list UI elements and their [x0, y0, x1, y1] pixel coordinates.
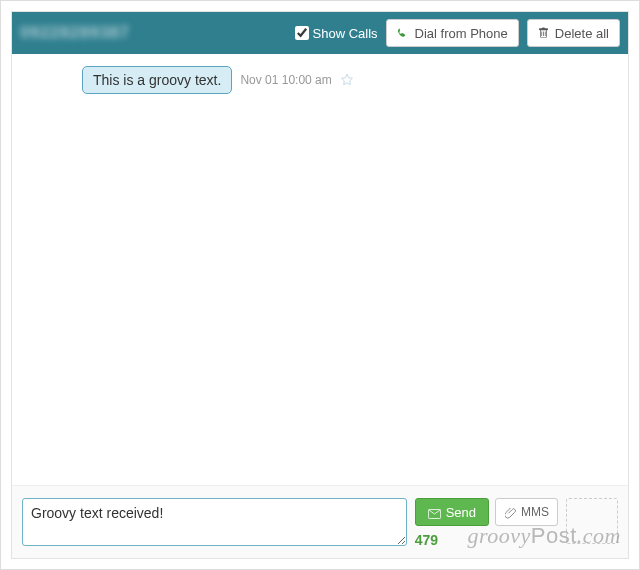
composer-row: Send MMS 479: [22, 498, 618, 548]
dial-from-phone-button[interactable]: Dial from Phone: [386, 19, 519, 47]
paperclip-icon: [504, 507, 517, 518]
contact-number: 09228289387: [20, 23, 130, 43]
show-calls-checkbox[interactable]: [295, 26, 309, 40]
mms-label: MMS: [521, 505, 549, 519]
message-row: This is a groovy text. Nov 01 10:00 am: [82, 66, 618, 94]
char-count: 479: [415, 532, 558, 548]
star-icon[interactable]: [340, 73, 354, 87]
mms-button[interactable]: MMS: [495, 498, 558, 526]
send-label: Send: [446, 505, 476, 520]
show-calls-label: Show Calls: [313, 26, 378, 41]
send-button[interactable]: Send: [415, 498, 489, 526]
dial-label: Dial from Phone: [415, 26, 508, 41]
delete-label: Delete all: [555, 26, 609, 41]
phone-icon: [397, 27, 409, 39]
app-frame: 09228289387 Show Calls Dial from Phone D…: [0, 0, 640, 570]
header-bar: 09228289387 Show Calls Dial from Phone D…: [12, 12, 628, 54]
trash-icon: [538, 27, 549, 39]
conversation-panel: 09228289387 Show Calls Dial from Phone D…: [11, 11, 629, 559]
composer-button-row: Send MMS: [415, 498, 558, 526]
message-bubble: This is a groovy text.: [82, 66, 232, 94]
message-list: This is a groovy text. Nov 01 10:00 am: [12, 54, 628, 485]
message-input[interactable]: [22, 498, 407, 546]
show-calls-toggle[interactable]: Show Calls: [295, 26, 378, 41]
composer-actions: Send MMS 479: [415, 498, 558, 548]
composer-area: Send MMS 479: [12, 485, 628, 558]
attachment-dropzone[interactable]: [566, 498, 618, 544]
delete-all-button[interactable]: Delete all: [527, 19, 620, 47]
envelope-icon: [428, 507, 441, 518]
message-timestamp: Nov 01 10:00 am: [240, 73, 331, 87]
